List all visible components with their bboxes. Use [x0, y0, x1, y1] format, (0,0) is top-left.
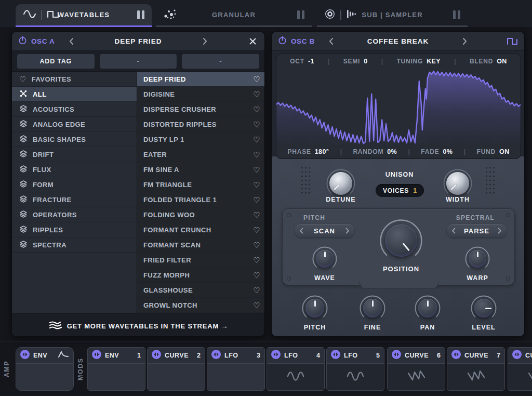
pitch-mode-selector[interactable]: SCAN	[295, 224, 354, 237]
category-drift[interactable]: DRIFT	[12, 147, 137, 162]
favorite-toggle-icon[interactable]: ♡	[253, 196, 260, 204]
wavetable-item[interactable]: FUZZ MORPH♡	[137, 268, 265, 283]
position-knob[interactable]	[379, 218, 423, 263]
wavetable-item[interactable]: GROWL NOTCH♡	[137, 298, 265, 313]
favorite-toggle-icon[interactable]: ♡	[253, 105, 260, 113]
pitch-knob[interactable]	[301, 295, 328, 322]
phase-control[interactable]: PHASE180°	[287, 148, 329, 155]
favorite-toggle-icon[interactable]: ♡	[253, 151, 260, 159]
mod-drag-icon[interactable]	[512, 350, 522, 361]
mod-drag-icon[interactable]	[92, 350, 101, 361]
mod-card-lfo-4[interactable]: LFO 4	[267, 347, 325, 391]
wavetable-waveform[interactable]	[276, 68, 521, 146]
level-knob[interactable]	[470, 295, 497, 322]
category-form[interactable]: FORM	[12, 177, 137, 192]
category-ripples[interactable]: RIPPLES	[12, 222, 137, 237]
wavetable-item[interactable]: FOLDING WOO♡	[137, 207, 265, 222]
spectral-mode-selector[interactable]: PARSE	[447, 224, 507, 237]
osc-b-preset-name[interactable]: COFFEE BREAK	[367, 37, 429, 45]
mod-drag-icon[interactable]	[20, 350, 30, 361]
prev-preset-button[interactable]	[325, 35, 337, 47]
category-fracture[interactable]: FRACTURE	[12, 192, 137, 207]
wavetable-item[interactable]: DUSTY LP 1♡	[137, 132, 265, 147]
category-spectra[interactable]: SPECTRA	[12, 237, 137, 253]
mod-drag-icon[interactable]	[152, 350, 161, 361]
pause-sub-sampler-button[interactable]	[453, 10, 460, 19]
tab-sub-sampler[interactable]: SUB | SAMPLER	[317, 4, 468, 27]
favorite-toggle-icon[interactable]: ♡	[253, 301, 260, 309]
favorite-toggle-icon[interactable]: ♡	[253, 211, 260, 219]
waveform-display[interactable]: OCT-1 | SEMI0 | TUNINGKEY | BLENDON	[276, 54, 521, 159]
semi-control[interactable]: SEMI0	[343, 58, 368, 65]
wavetable-item[interactable]: FORMANT SCAN♡	[137, 237, 265, 253]
mod-card-lfo-5[interactable]: LFO 5	[326, 347, 384, 391]
detune-knob[interactable]	[326, 168, 356, 199]
wavetable-item[interactable]: DIGISINE♡	[137, 87, 265, 102]
favorite-toggle-icon[interactable]: ♡	[253, 181, 260, 189]
favorite-toggle-icon[interactable]: ♡	[253, 166, 260, 174]
favorite-toggle-icon[interactable]: ♡	[253, 286, 260, 294]
fade-control[interactable]: FADE0%	[421, 148, 453, 155]
blend-control[interactable]: BLENDON	[470, 58, 507, 65]
fund-control[interactable]: FUNDON	[477, 148, 510, 155]
tuning-control[interactable]: TUNINGKEY	[396, 58, 441, 65]
add-tag-button[interactable]: ADD TAG	[17, 54, 95, 69]
mod-drag-icon[interactable]	[271, 350, 281, 361]
tab-wavetables[interactable]: WAVETABLES	[16, 4, 152, 27]
mod-card-clipped[interactable]: CU	[508, 347, 532, 391]
oct-control[interactable]: OCT-1	[290, 58, 314, 65]
wave-knob[interactable]	[312, 246, 338, 272]
category-operators[interactable]: OPERATORS	[12, 207, 137, 222]
amp-env-card[interactable]: ENV	[16, 347, 74, 391]
mod-drag-icon[interactable]	[392, 350, 401, 361]
warp-knob[interactable]	[464, 246, 490, 272]
category-favorites[interactable]: ♡ FAVORITES	[12, 72, 137, 87]
width-knob[interactable]	[443, 168, 473, 199]
wavetable-item[interactable]: GLASSHOUSE♡	[137, 283, 265, 298]
pan-knob[interactable]	[414, 295, 441, 322]
category-analog-edge[interactable]: ANALOG EDGE	[12, 117, 137, 132]
wavetable-item[interactable]: DISPERSE CRUSHER♡	[137, 102, 265, 117]
mod-drag-icon[interactable]	[211, 350, 221, 361]
category-all[interactable]: ALL	[12, 87, 137, 102]
favorite-toggle-icon[interactable]: ♡	[253, 241, 260, 249]
wavetable-item[interactable]: DEEP FRIED♡	[137, 72, 265, 87]
fine-knob[interactable]	[359, 295, 386, 322]
prev-preset-button[interactable]	[65, 35, 77, 47]
wavetable-item[interactable]: FM TRIANGLE♡	[137, 177, 265, 192]
voices-selector[interactable]: VOICES 1	[376, 184, 424, 197]
wavetable-mode-icon[interactable]	[507, 35, 518, 47]
tag-slot-2[interactable]: -	[182, 54, 259, 69]
wavetable-item[interactable]: DISTORTED RIPPLES♡	[137, 117, 265, 132]
favorite-toggle-icon[interactable]: ♡	[253, 121, 260, 128]
favorite-toggle-icon[interactable]: ♡	[253, 75, 260, 83]
random-control[interactable]: RANDOM0%	[353, 148, 397, 155]
mod-drag-icon[interactable]	[451, 350, 461, 361]
favorite-toggle-icon[interactable]: ♡	[253, 226, 260, 234]
category-acoustics[interactable]: ACOUSTICS	[12, 102, 137, 117]
mod-card-env-1[interactable]: ENV 1	[87, 347, 145, 391]
pause-granular-button[interactable]	[297, 10, 304, 19]
pause-wavetables-button[interactable]	[137, 10, 144, 19]
power-icon[interactable]	[18, 36, 27, 47]
power-icon[interactable]	[278, 36, 287, 47]
mod-card-lfo-3[interactable]: LFO 3	[207, 347, 265, 391]
tab-granular[interactable]: GRANULAR	[156, 4, 312, 27]
next-preset-button[interactable]	[200, 35, 211, 47]
wavetable-item[interactable]: FRIED FILTER♡	[137, 253, 265, 268]
wavetable-item[interactable]: EATER♡	[137, 147, 265, 162]
wavetable-item[interactable]: FM SINE A♡	[137, 162, 265, 177]
next-preset-button[interactable]	[459, 35, 471, 47]
favorite-toggle-icon[interactable]: ♡	[253, 271, 260, 279]
tag-slot-1[interactable]: -	[100, 54, 177, 69]
favorite-toggle-icon[interactable]: ♡	[253, 256, 260, 264]
favorite-toggle-icon[interactable]: ♡	[253, 90, 260, 98]
wavetable-item[interactable]: FOLDED TRIANGLE 1♡	[137, 192, 265, 207]
mod-card-curve-2[interactable]: CURVE 2	[147, 347, 205, 391]
wavetable-item[interactable]: FORMANT CRUNCH♡	[137, 222, 265, 237]
get-more-wavetables-button[interactable]: GET MORE WAVETABLES IN THE STREAM →	[12, 313, 264, 337]
close-browser-button[interactable]	[247, 35, 258, 47]
osc-a-preset-name[interactable]: DEEP FRIED	[115, 37, 162, 45]
mod-card-curve-6[interactable]: CURVE 6	[387, 347, 445, 391]
favorite-toggle-icon[interactable]: ♡	[253, 136, 260, 143]
